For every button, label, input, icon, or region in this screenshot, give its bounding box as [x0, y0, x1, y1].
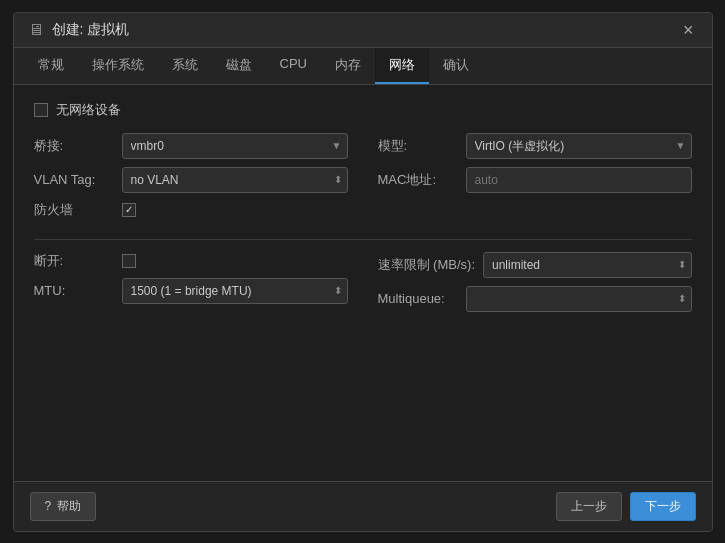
vlan-select[interactable]: no VLAN: [122, 167, 348, 193]
tab-cpu[interactable]: CPU: [266, 48, 321, 84]
bottom-left-col: 断开: MTU: 1500 (1 = bridge MTU) ⬍: [34, 252, 348, 320]
rate-label: 速率限制 (MB/s):: [378, 256, 476, 274]
bottom-form-section: 断开: MTU: 1500 (1 = bridge MTU) ⬍: [34, 252, 692, 320]
help-button[interactable]: ? 帮助: [30, 492, 97, 521]
tab-confirm[interactable]: 确认: [429, 48, 483, 84]
tab-general[interactable]: 常规: [24, 48, 78, 84]
close-button[interactable]: ×: [679, 21, 698, 39]
rate-select-wrapper: unlimited ⬍: [483, 252, 692, 278]
multiqueue-label: Multiqueue:: [378, 291, 458, 306]
vlan-label: VLAN Tag:: [34, 172, 114, 187]
mtu-row: MTU: 1500 (1 = bridge MTU) ⬍: [34, 278, 348, 304]
model-select[interactable]: VirtIO (半虚拟化): [466, 133, 692, 159]
left-col: 桥接: vmbr0 ▼ VLAN Tag: no VLAN: [34, 133, 348, 227]
disconnect-checkbox[interactable]: [122, 254, 136, 268]
bridge-label: 桥接:: [34, 137, 114, 155]
network-content: 无网络设备 桥接: vmbr0 ▼ VLAN Tag:: [14, 85, 712, 481]
firewall-checkbox[interactable]: [122, 203, 136, 217]
vm-icon: 🖥: [28, 21, 44, 39]
tab-os[interactable]: 操作系统: [78, 48, 158, 84]
no-network-checkbox[interactable]: [34, 103, 48, 117]
mac-row: MAC地址:: [378, 167, 692, 193]
back-button[interactable]: 上一步: [556, 492, 622, 521]
title-bar-left: 🖥 创建: 虚拟机: [28, 21, 130, 39]
create-vm-dialog: 🖥 创建: 虚拟机 × 常规 操作系统 系统 磁盘 CPU 内存 网络 确认 无…: [13, 12, 713, 532]
multiqueue-select-wrapper: ⬍: [466, 286, 692, 312]
rate-select[interactable]: unlimited: [483, 252, 692, 278]
title-bar: 🖥 创建: 虚拟机 ×: [14, 13, 712, 48]
tab-bar: 常规 操作系统 系统 磁盘 CPU 内存 网络 确认: [14, 48, 712, 85]
mtu-select-wrapper: 1500 (1 = bridge MTU) ⬍: [122, 278, 348, 304]
mac-label: MAC地址:: [378, 171, 458, 189]
tab-disk[interactable]: 磁盘: [212, 48, 266, 84]
footer: ? 帮助 上一步 下一步: [14, 481, 712, 531]
vlan-row: VLAN Tag: no VLAN ⬍: [34, 167, 348, 193]
firewall-row: 防火墙: [34, 201, 348, 219]
divider: [34, 239, 692, 240]
tab-memory[interactable]: 内存: [321, 48, 375, 84]
mtu-label: MTU:: [34, 283, 114, 298]
no-network-row: 无网络设备: [34, 101, 692, 119]
next-button[interactable]: 下一步: [630, 492, 696, 521]
model-select-wrapper: VirtIO (半虚拟化) ▼: [466, 133, 692, 159]
disconnect-row: 断开:: [34, 252, 348, 270]
disconnect-label: 断开:: [34, 252, 114, 270]
rate-row: 速率限制 (MB/s): unlimited ⬍: [378, 252, 692, 278]
mac-input[interactable]: [466, 167, 692, 193]
bridge-select-wrapper: vmbr0 ▼: [122, 133, 348, 159]
multiqueue-row: Multiqueue: ⬍: [378, 286, 692, 312]
multiqueue-select[interactable]: [466, 286, 692, 312]
bridge-select[interactable]: vmbr0: [122, 133, 348, 159]
model-label: 模型:: [378, 137, 458, 155]
tab-network[interactable]: 网络: [375, 48, 429, 84]
bottom-right-col: 速率限制 (MB/s): unlimited ⬍ Multiqueue:: [378, 252, 692, 320]
mtu-select[interactable]: 1500 (1 = bridge MTU): [122, 278, 348, 304]
right-col: 模型: VirtIO (半虚拟化) ▼ MAC地址:: [378, 133, 692, 227]
dialog-title: 创建: 虚拟机: [52, 21, 130, 39]
firewall-label: 防火墙: [34, 201, 114, 219]
model-row: 模型: VirtIO (半虚拟化) ▼: [378, 133, 692, 159]
top-form-section: 桥接: vmbr0 ▼ VLAN Tag: no VLAN: [34, 133, 692, 227]
help-label: 帮助: [57, 498, 81, 515]
help-icon: ?: [45, 499, 52, 513]
tab-system[interactable]: 系统: [158, 48, 212, 84]
no-network-label: 无网络设备: [56, 101, 121, 119]
bridge-row: 桥接: vmbr0 ▼: [34, 133, 348, 159]
vlan-select-wrapper: no VLAN ⬍: [122, 167, 348, 193]
footer-right: 上一步 下一步: [556, 492, 696, 521]
